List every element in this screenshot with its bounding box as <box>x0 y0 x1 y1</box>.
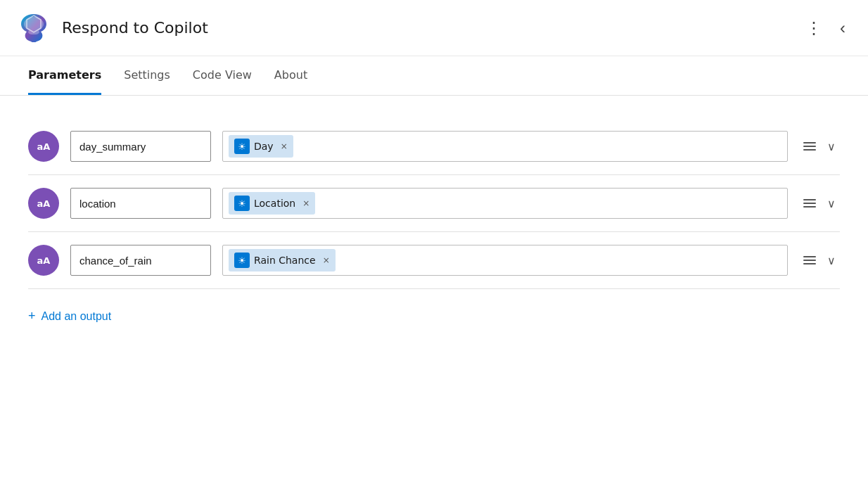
tab-parameters[interactable]: Parameters <box>28 57 101 95</box>
back-icon: ‹ <box>840 18 845 38</box>
tag-icon: ☀ <box>234 139 250 154</box>
row-actions: ∨ <box>799 250 840 272</box>
more-icon: ⋮ <box>805 18 823 38</box>
tag-close-button[interactable]: × <box>281 142 288 151</box>
param-value-container: ☀ Location × <box>222 188 788 219</box>
back-button[interactable]: ‹ <box>834 13 851 44</box>
param-name-input[interactable] <box>70 131 211 162</box>
row-actions: ∨ <box>799 193 840 215</box>
tag-icon: ☀ <box>234 196 250 211</box>
hamburger-icon <box>803 199 816 208</box>
sun-icon: ☀ <box>238 255 246 266</box>
row-expand-button[interactable]: ∨ <box>823 250 840 272</box>
row-menu-button[interactable] <box>799 252 820 269</box>
param-value-container: ☀ Rain Chance × <box>222 245 788 276</box>
tag-icon: ☀ <box>234 253 250 268</box>
tab-settings[interactable]: Settings <box>124 57 170 95</box>
param-name-input[interactable] <box>70 188 211 219</box>
row-expand-button[interactable]: ∨ <box>823 136 840 158</box>
tag-label: Day <box>254 141 274 152</box>
page-title: Respond to Copilot <box>62 19 800 37</box>
tag-label: Location <box>254 198 295 209</box>
tab-codeview[interactable]: Code View <box>193 57 252 95</box>
chevron-down-icon: ∨ <box>827 254 836 267</box>
hamburger-icon <box>803 142 816 151</box>
sun-icon: ☀ <box>238 141 246 152</box>
row-expand-button[interactable]: ∨ <box>823 193 840 215</box>
header-actions: ⋮ ‹ <box>800 13 851 44</box>
header: Respond to Copilot ⋮ ‹ <box>0 0 868 56</box>
hamburger-icon <box>803 256 816 264</box>
avatar-label: aA <box>37 141 51 152</box>
content-area: aA ☀ Day × ∨ <box>0 96 868 360</box>
more-options-button[interactable]: ⋮ <box>800 13 829 44</box>
chevron-down-icon: ∨ <box>827 140 836 153</box>
parameter-row: aA ☀ Location × ∨ <box>28 175 840 232</box>
avatar-label: aA <box>37 255 51 266</box>
add-output-button[interactable]: + Add an output <box>28 295 111 338</box>
param-tag: ☀ Rain Chance × <box>229 249 336 272</box>
avatar: aA <box>28 131 59 162</box>
tag-close-button[interactable]: × <box>302 199 309 208</box>
tag-close-button[interactable]: × <box>323 256 330 264</box>
row-actions: ∨ <box>799 136 840 158</box>
row-menu-button[interactable] <box>799 138 820 155</box>
param-name-input[interactable] <box>70 245 211 276</box>
param-value-container: ☀ Day × <box>222 131 788 162</box>
row-menu-button[interactable] <box>799 195 820 212</box>
parameter-row: aA ☀ Day × ∨ <box>28 118 840 175</box>
param-tag: ☀ Day × <box>229 135 293 158</box>
app-logo <box>17 11 51 45</box>
avatar: aA <box>28 188 59 219</box>
sun-icon: ☀ <box>238 198 246 209</box>
plus-icon: + <box>28 309 36 324</box>
param-tag: ☀ Location × <box>229 192 315 215</box>
add-output-label: Add an output <box>42 310 112 323</box>
chevron-down-icon: ∨ <box>827 197 836 210</box>
parameter-row: aA ☀ Rain Chance × ∨ <box>28 232 840 289</box>
avatar: aA <box>28 245 59 276</box>
tabs-bar: Parameters Settings Code View About <box>0 56 868 96</box>
tab-about[interactable]: About <box>274 57 307 95</box>
avatar-label: aA <box>37 198 51 209</box>
tag-label: Rain Chance <box>254 255 316 266</box>
